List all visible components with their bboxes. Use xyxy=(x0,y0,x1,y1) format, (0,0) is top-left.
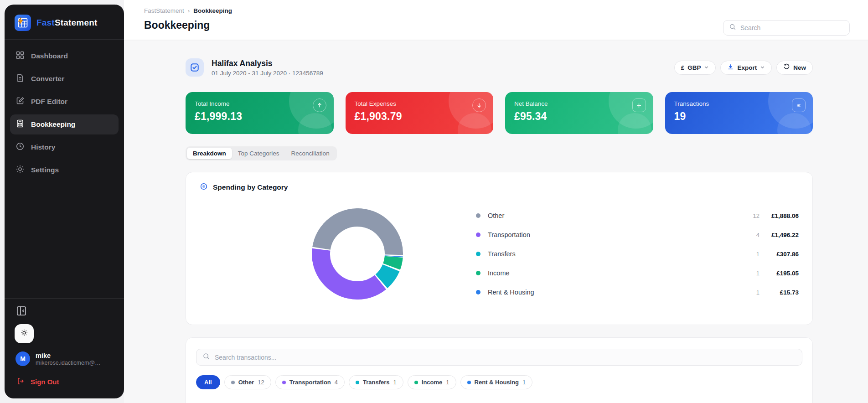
search-input[interactable] xyxy=(740,24,844,31)
legend-label: Rent & Housing xyxy=(488,289,534,296)
legend-row[interactable]: Income 1 £195.05 xyxy=(476,264,799,283)
legend-dot xyxy=(476,232,480,237)
global-search[interactable] xyxy=(723,20,850,36)
filter-chip-all[interactable]: All xyxy=(196,375,220,389)
legend-dot xyxy=(476,290,480,294)
donut-chart[interactable] xyxy=(312,208,403,300)
stat-card-total-expenses: Total Expenses £1,903.79 xyxy=(346,92,494,134)
legend-amount: £1,496.22 xyxy=(760,232,799,238)
export-dropdown[interactable]: Export xyxy=(720,61,772,75)
divider xyxy=(5,298,124,299)
stat-cards: Total Income £1,999.13 Total Expenses £1… xyxy=(186,92,813,134)
chevron-down-icon xyxy=(704,64,709,71)
stat-card-transactions: Transactions 19 xyxy=(665,92,813,134)
lightning-bolt-icon xyxy=(17,17,24,25)
category-dot xyxy=(282,381,286,384)
sidebar-item-dashboard[interactable]: Dashboard xyxy=(10,46,119,66)
brand-name: FastStatement xyxy=(36,18,98,28)
legend-amount: £307.86 xyxy=(760,251,799,258)
legend-row[interactable]: Other 12 £1,888.06 xyxy=(476,206,799,225)
view-tabs: Breakdown Top Categories Reconciliation xyxy=(186,146,337,160)
legend-label: Other xyxy=(488,212,504,219)
legend-count: 1 xyxy=(746,270,760,277)
document-icon xyxy=(16,73,25,84)
category-filters: All Other12 Transportation4 Transfers1 xyxy=(196,375,802,389)
logout-icon xyxy=(16,377,25,387)
check-square-icon xyxy=(186,58,204,77)
currency-dropdown[interactable]: £ GBP xyxy=(674,61,716,75)
sidebar-item-bookkeeping[interactable]: Bookkeeping xyxy=(10,114,119,134)
filter-chip-transportation[interactable]: Transportation4 xyxy=(275,375,345,389)
stat-label: Transactions xyxy=(674,100,804,107)
reset-icon xyxy=(783,63,790,72)
user-profile[interactable]: M mike mikerose.idacticmem@… xyxy=(5,351,124,372)
tab-top-categories[interactable]: Top Categories xyxy=(232,148,285,159)
transactions-search-input[interactable] xyxy=(215,354,796,361)
spending-by-category-card: Spending by Category Other 12 £1,888.06 xyxy=(186,172,813,325)
legend-amount: £15.73 xyxy=(760,289,799,296)
arrow-down-icon xyxy=(472,98,486,112)
chart-legend: Other 12 £1,888.06 Transportation 4 £1,4… xyxy=(476,206,799,302)
tab-reconciliation[interactable]: Reconciliation xyxy=(285,148,336,159)
brand: FastStatement xyxy=(5,5,124,39)
chevron-down-icon xyxy=(760,64,765,71)
stat-label: Net Balance xyxy=(514,100,644,107)
sidebar-item-label: History xyxy=(31,143,55,151)
filter-chip-other[interactable]: Other12 xyxy=(224,375,271,389)
legend-dot xyxy=(476,252,480,256)
plus-icon xyxy=(632,98,646,112)
content: Halifax Analysis 01 July 2020 - 31 July … xyxy=(124,41,868,403)
download-icon xyxy=(727,63,734,72)
analysis-subtitle: 01 July 2020 - 31 July 2020 · 123456789 xyxy=(212,70,323,77)
sidebar-item-label: PDF Editor xyxy=(31,98,67,106)
calculator-icon xyxy=(16,119,25,130)
legend-count: 1 xyxy=(746,251,760,258)
search-icon xyxy=(729,23,736,32)
legend-row[interactable]: Transfers 1 £307.86 xyxy=(476,244,799,264)
legend-amount: £195.05 xyxy=(760,270,799,277)
theme-toggle-button[interactable] xyxy=(15,324,34,343)
tab-breakdown[interactable]: Breakdown xyxy=(187,148,232,159)
chart-title: Spending by Category xyxy=(213,183,288,191)
edit-icon xyxy=(16,96,25,107)
filter-chip-income[interactable]: Income1 xyxy=(408,375,456,389)
transactions-search[interactable] xyxy=(196,349,802,366)
filter-chip-transfers[interactable]: Transfers1 xyxy=(349,375,403,389)
sidebar-item-label: Settings xyxy=(31,166,59,174)
sidebar-item-label: Dashboard xyxy=(31,52,68,60)
legend-row[interactable]: Transportation 4 £1,496.22 xyxy=(476,225,799,244)
sidebar-item-pdf-editor[interactable]: PDF Editor xyxy=(10,92,119,112)
search-icon xyxy=(202,352,210,362)
user-email: mikerose.idacticmem@… xyxy=(36,360,101,366)
legend-label: Transfers xyxy=(488,250,516,258)
legend-row[interactable]: Rent & Housing 1 £15.73 xyxy=(476,283,799,302)
sidebar-item-history[interactable]: History xyxy=(10,137,119,157)
legend-dot xyxy=(476,213,480,218)
sidebar: FastStatement Dashboard Converter PDF Ed… xyxy=(5,5,124,398)
breadcrumb-current: Bookkeeping xyxy=(193,7,232,14)
gear-icon xyxy=(16,165,25,176)
transactions-card: All Other12 Transportation4 Transfers1 xyxy=(186,337,813,403)
stat-label: Total Income xyxy=(195,100,325,107)
sidebar-nav: Dashboard Converter PDF Editor Bookkeepi… xyxy=(5,44,124,182)
category-dot xyxy=(356,381,359,384)
legend-count: 4 xyxy=(746,232,760,238)
breadcrumb-separator: › xyxy=(188,7,190,14)
legend-amount: £1,888.06 xyxy=(760,212,799,219)
sidebar-item-settings[interactable]: Settings xyxy=(10,160,119,180)
new-button[interactable]: New xyxy=(776,61,813,75)
page-header: FastStatement › Bookkeeping Bookkeeping xyxy=(124,0,868,40)
list-icon xyxy=(792,98,806,112)
breadcrumb-root[interactable]: FastStatement xyxy=(144,7,184,14)
sidebar-item-converter[interactable]: Converter xyxy=(10,69,119,89)
clock-icon xyxy=(16,142,25,153)
stat-card-net-balance: Net Balance £95.34 xyxy=(505,92,653,134)
sign-out-button[interactable]: Sign Out xyxy=(5,372,124,398)
collapse-sidebar-button[interactable] xyxy=(16,305,28,318)
legend-count: 1 xyxy=(746,289,760,296)
pound-icon: £ xyxy=(681,64,685,71)
app-logo-icon xyxy=(15,15,31,31)
divider xyxy=(5,39,124,40)
category-dot xyxy=(467,381,471,384)
filter-chip-rent-housing[interactable]: Rent & Housing1 xyxy=(460,375,533,389)
